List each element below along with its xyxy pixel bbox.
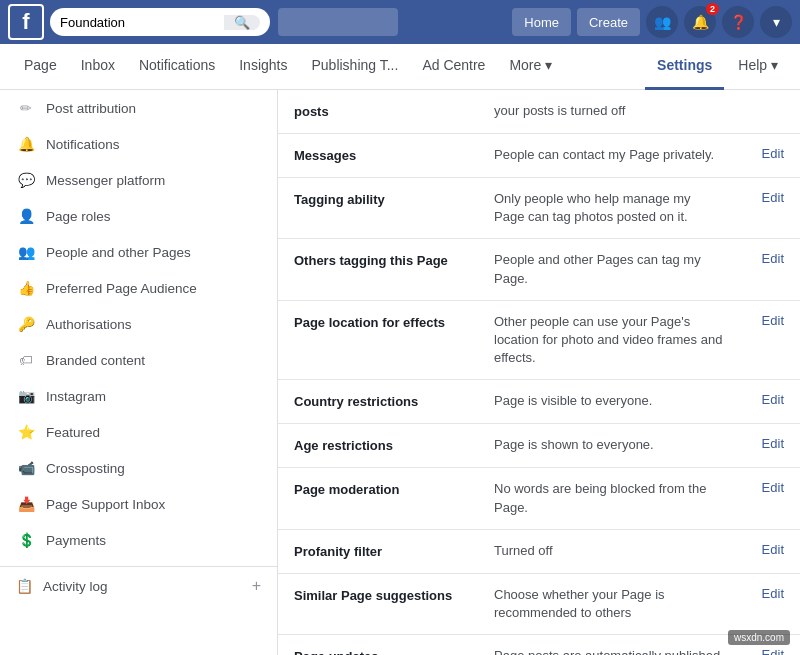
row-label-posts: posts xyxy=(294,102,494,119)
row-desc-similar-pages: Choose whether your Page is recommended … xyxy=(494,586,724,622)
sidebar-item-label: Post attribution xyxy=(46,101,136,116)
menu-button[interactable]: ▾ xyxy=(760,6,792,38)
row-action-page-location[interactable]: Edit xyxy=(724,313,784,328)
row-action-age[interactable]: Edit xyxy=(724,436,784,451)
sidebar-item-label: Preferred Page Audience xyxy=(46,281,197,296)
edit-page-location-link[interactable]: Edit xyxy=(762,313,784,328)
row-action-profanity[interactable]: Edit xyxy=(724,542,784,557)
nav-insights[interactable]: Insights xyxy=(227,44,299,90)
search-button[interactable]: 🔍 xyxy=(224,15,260,30)
row-label-profanity: Profanity filter xyxy=(294,542,494,559)
row-label-messages: Messages xyxy=(294,146,494,163)
sidebar-item-post-attribution[interactable]: ✏ Post attribution xyxy=(0,90,277,126)
nav-inbox[interactable]: Inbox xyxy=(69,44,127,90)
nav-notifications[interactable]: Notifications xyxy=(127,44,227,90)
sidebar-item-instagram[interactable]: 📷 Instagram xyxy=(0,378,277,414)
settings-row-profanity: Profanity filter Turned off Edit xyxy=(278,530,800,574)
edit-others-tagging-link[interactable]: Edit xyxy=(762,251,784,266)
nav-ad-centre[interactable]: Ad Centre xyxy=(410,44,497,90)
main-layout: ✏ Post attribution 🔔 Notifications 💬 Mes… xyxy=(0,90,800,655)
settings-row-moderation: Page moderation No words are being block… xyxy=(278,468,800,529)
sidebar-item-featured[interactable]: ⭐ Featured xyxy=(0,414,277,450)
sidebar-item-preferred-audience[interactable]: 👍 Preferred Page Audience xyxy=(0,270,277,306)
edit-age-link[interactable]: Edit xyxy=(762,436,784,451)
preferred-audience-icon: 👍 xyxy=(16,280,36,296)
sidebar-item-label: Branded content xyxy=(46,353,145,368)
edit-similar-pages-link[interactable]: Edit xyxy=(762,586,784,601)
sidebar-item-notifications[interactable]: 🔔 Notifications xyxy=(0,126,277,162)
page-roles-icon: 👤 xyxy=(16,208,36,224)
edit-profanity-link[interactable]: Edit xyxy=(762,542,784,557)
edit-country-link[interactable]: Edit xyxy=(762,392,784,407)
post-attribution-icon: ✏ xyxy=(16,100,36,116)
friends-icon: 👥 xyxy=(654,14,671,30)
settings-row-similar-pages: Similar Page suggestions Choose whether … xyxy=(278,574,800,635)
row-label-page-updates: Page updates xyxy=(294,647,494,655)
row-action-others-tagging[interactable]: Edit xyxy=(724,251,784,266)
row-action-moderation[interactable]: Edit xyxy=(724,480,784,495)
row-action-messages[interactable]: Edit xyxy=(724,146,784,161)
home-button[interactable]: Home xyxy=(512,8,571,36)
row-action-country[interactable]: Edit xyxy=(724,392,784,407)
page-navigation: Page Inbox Notifications Insights Publis… xyxy=(0,44,800,90)
row-desc-age: Page is shown to everyone. xyxy=(494,436,724,454)
sidebar-activity-log[interactable]: 📋 Activity log + xyxy=(0,566,277,605)
search-bar[interactable]: 🔍 xyxy=(50,8,270,36)
bell-icon: 🔔 xyxy=(692,14,709,30)
row-action-similar-pages[interactable]: Edit xyxy=(724,586,784,601)
sidebar-item-page-roles[interactable]: 👤 Page roles xyxy=(0,198,277,234)
nav-help[interactable]: Help ▾ xyxy=(728,44,788,90)
sidebar-item-crossposting[interactable]: 📹 Crossposting xyxy=(0,450,277,486)
settings-row-others-tagging: Others tagging this Page People and othe… xyxy=(278,239,800,300)
authorisations-icon: 🔑 xyxy=(16,316,36,332)
row-desc-moderation: No words are being blocked from the Page… xyxy=(494,480,724,516)
sidebar-item-label: People and other Pages xyxy=(46,245,191,260)
row-label-country: Country restrictions xyxy=(294,392,494,409)
search-input[interactable] xyxy=(60,15,224,30)
create-button[interactable]: Create xyxy=(577,8,640,36)
settings-row-page-updates: Page updates Page posts are automaticall… xyxy=(278,635,800,655)
sidebar-item-authorisations[interactable]: 🔑 Authorisations xyxy=(0,306,277,342)
edit-page-updates-link[interactable]: Edit xyxy=(762,647,784,655)
friends-button[interactable]: 👥 xyxy=(646,6,678,38)
search-icon: 🔍 xyxy=(234,15,250,30)
row-label-moderation: Page moderation xyxy=(294,480,494,497)
nav-right-settings: Settings Help ▾ xyxy=(645,44,788,90)
people-pages-icon: 👥 xyxy=(16,244,36,260)
row-action-page-updates[interactable]: Edit xyxy=(724,647,784,655)
edit-tagging-ability-link[interactable]: Edit xyxy=(762,190,784,205)
sidebar-item-page-support[interactable]: 📥 Page Support Inbox xyxy=(0,486,277,522)
notifications-sidebar-icon: 🔔 xyxy=(16,136,36,152)
notification-badge: 2 xyxy=(706,3,719,15)
sidebar-item-label: Crossposting xyxy=(46,461,125,476)
nav-settings[interactable]: Settings xyxy=(645,44,724,90)
sidebar-item-payments[interactable]: 💲 Payments xyxy=(0,522,277,558)
help-icon: ❓ xyxy=(730,14,747,30)
sidebar-item-branded-content[interactable]: 🏷 Branded content xyxy=(0,342,277,378)
sidebar-item-people-pages[interactable]: 👥 People and other Pages xyxy=(0,234,277,270)
sidebar-item-label: Instagram xyxy=(46,389,106,404)
row-action-tagging-ability[interactable]: Edit xyxy=(724,190,784,205)
sidebar-item-label: Notifications xyxy=(46,137,120,152)
settings-row-messages: Messages People can contact my Page priv… xyxy=(278,134,800,178)
nav-publishing[interactable]: Publishing T... xyxy=(299,44,410,90)
crossposting-icon: 📹 xyxy=(16,460,36,476)
settings-row-posts: posts your posts is turned off xyxy=(278,90,800,134)
settings-row-age: Age restrictions Page is shown to everyo… xyxy=(278,424,800,468)
top-navigation: f 🔍 Home Create 👥 🔔 2 ❓ ▾ xyxy=(0,0,800,44)
nav-more[interactable]: More ▾ xyxy=(497,44,564,90)
notifications-button[interactable]: 🔔 2 xyxy=(684,6,716,38)
row-desc-page-updates: Page posts are automatically published w… xyxy=(494,647,724,655)
row-desc-profanity: Turned off xyxy=(494,542,724,560)
settings-row-page-location: Page location for effects Other people c… xyxy=(278,301,800,381)
sidebar-item-label: Featured xyxy=(46,425,100,440)
sidebar-item-messenger[interactable]: 💬 Messenger platform xyxy=(0,162,277,198)
help-button[interactable]: ❓ xyxy=(722,6,754,38)
messenger-icon: 💬 xyxy=(16,172,36,188)
settings-row-country: Country restrictions Page is visible to … xyxy=(278,380,800,424)
row-desc-page-location: Other people can use your Page's locatio… xyxy=(494,313,724,368)
nav-spacer xyxy=(278,8,398,36)
edit-messages-link[interactable]: Edit xyxy=(762,146,784,161)
nav-page[interactable]: Page xyxy=(12,44,69,90)
edit-moderation-link[interactable]: Edit xyxy=(762,480,784,495)
